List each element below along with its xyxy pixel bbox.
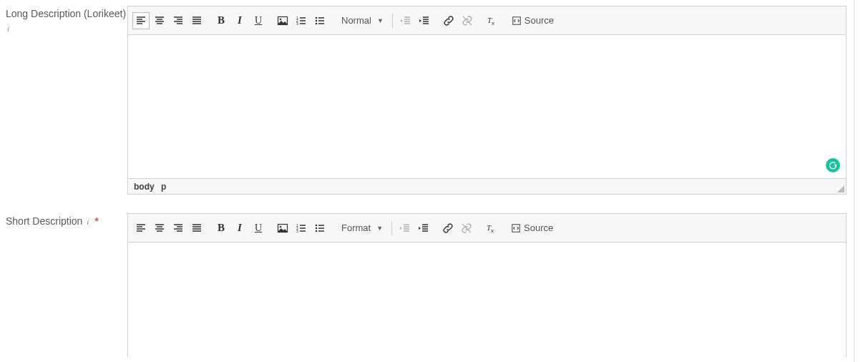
chevron-down-icon: ▼ xyxy=(377,17,384,24)
svg-point-1 xyxy=(280,18,282,20)
format-dropdown-label: Normal xyxy=(341,15,371,26)
underline-button[interactable]: U xyxy=(250,12,267,29)
label-short-description: Short Description i * xyxy=(6,213,127,229)
unlink-button[interactable] xyxy=(458,220,475,237)
italic-button[interactable]: I xyxy=(231,220,248,237)
svg-point-7 xyxy=(316,22,318,24)
editor-long-description: B I U 123 Normal ▼ xyxy=(127,6,847,195)
row-long-description: Long Description (Lorikeet) i B xyxy=(0,0,868,195)
align-left-button[interactable] xyxy=(132,220,150,237)
grammarly-icon[interactable] xyxy=(826,158,840,172)
outdent-button[interactable] xyxy=(396,220,414,237)
resize-handle[interactable] xyxy=(837,185,844,192)
align-left-button[interactable] xyxy=(132,12,150,29)
italic-button[interactable]: I xyxy=(231,12,248,29)
svg-point-18 xyxy=(316,230,318,232)
svg-text:3: 3 xyxy=(296,21,298,25)
bold-button[interactable]: B xyxy=(213,12,230,29)
editor-content-short[interactable] xyxy=(128,243,846,357)
path-body[interactable]: body xyxy=(134,182,155,192)
toolbar-separator xyxy=(392,14,393,28)
source-button[interactable]: Source xyxy=(507,14,558,27)
source-button-label: Source xyxy=(524,222,553,233)
align-justify-button[interactable] xyxy=(188,12,205,29)
align-right-button[interactable] xyxy=(170,12,187,29)
outdent-button[interactable] xyxy=(397,12,414,29)
align-center-button[interactable] xyxy=(151,12,168,29)
editor-short-description: B I U 123 Format ▼ xyxy=(127,213,847,357)
link-button[interactable] xyxy=(440,12,457,29)
indent-button[interactable] xyxy=(416,12,433,29)
svg-point-6 xyxy=(316,19,318,21)
label-long-description-text: Long Description (Lorikeet) xyxy=(6,8,126,19)
align-center-button[interactable] xyxy=(151,220,168,237)
image-button[interactable] xyxy=(274,220,291,237)
panel-right-border xyxy=(854,0,854,362)
info-icon[interactable]: i xyxy=(87,217,89,226)
remove-format-button[interactable]: Tx xyxy=(482,220,499,237)
format-dropdown[interactable]: Format ▼ xyxy=(336,221,387,235)
unlink-button[interactable] xyxy=(459,12,476,29)
svg-point-17 xyxy=(316,227,318,229)
bullet-list-button[interactable] xyxy=(311,220,328,237)
label-short-description-text: Short Description xyxy=(6,215,82,227)
toolbar-long: B I U 123 Normal ▼ xyxy=(128,6,846,35)
numbered-list-button[interactable]: 123 xyxy=(293,220,310,237)
svg-text:x: x xyxy=(492,20,494,26)
indent-button[interactable] xyxy=(415,220,432,237)
svg-text:3: 3 xyxy=(296,228,298,233)
required-indicator: * xyxy=(94,215,98,227)
info-icon[interactable]: i xyxy=(7,24,9,33)
format-dropdown[interactable]: Normal ▼ xyxy=(336,14,388,27)
svg-point-16 xyxy=(316,224,318,226)
svg-point-5 xyxy=(316,16,318,19)
editor-content-long[interactable] xyxy=(128,35,846,178)
svg-text:x: x xyxy=(491,228,494,234)
chevron-down-icon: ▼ xyxy=(376,225,383,232)
source-button-label: Source xyxy=(525,15,554,26)
underline-button[interactable]: U xyxy=(250,220,267,237)
align-right-button[interactable] xyxy=(170,220,187,237)
label-long-description: Long Description (Lorikeet) i xyxy=(6,6,127,35)
format-dropdown-label: Format xyxy=(341,222,371,233)
link-button[interactable] xyxy=(439,220,457,237)
align-justify-button[interactable] xyxy=(188,220,205,237)
bullet-list-button[interactable] xyxy=(311,12,328,29)
toolbar-separator xyxy=(391,221,392,235)
source-button[interactable]: Source xyxy=(507,221,557,235)
path-p[interactable]: p xyxy=(161,182,166,192)
status-bar-long: body p xyxy=(128,178,846,194)
element-path[interactable]: body p xyxy=(134,182,170,192)
svg-point-12 xyxy=(280,225,282,228)
toolbar-short: B I U 123 Format ▼ xyxy=(128,214,846,243)
image-button[interactable] xyxy=(274,12,291,29)
remove-format-button[interactable]: Tx xyxy=(483,12,500,29)
numbered-list-button[interactable]: 123 xyxy=(293,12,310,29)
row-short-description: Short Description i * B I xyxy=(0,207,868,357)
bold-button[interactable]: B xyxy=(213,220,230,237)
